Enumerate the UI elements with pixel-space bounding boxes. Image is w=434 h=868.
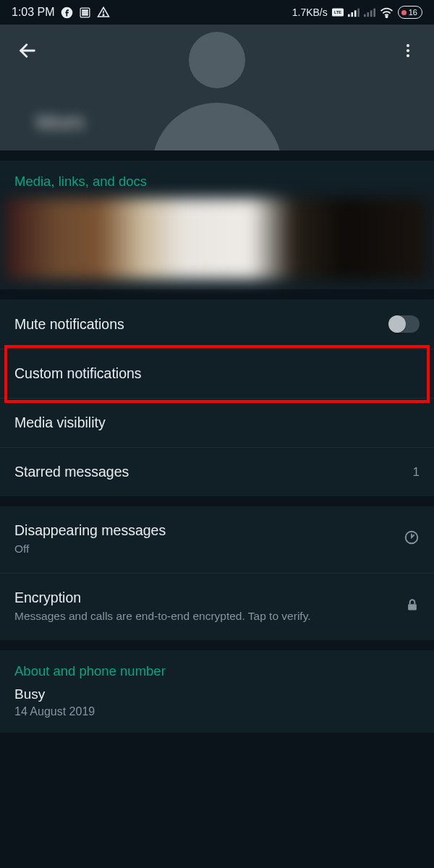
svg-point-12 xyxy=(103,14,104,16)
network-speed: 1.7KB/s xyxy=(292,7,328,18)
svg-point-10 xyxy=(86,14,88,15)
timer-icon xyxy=(404,529,420,549)
disappearing-value: Off xyxy=(14,542,166,557)
svg-rect-21 xyxy=(370,10,373,17)
svg-point-4 xyxy=(86,9,88,11)
about-status-row[interactable]: Busy 14 August 2019 xyxy=(0,686,434,733)
svg-rect-22 xyxy=(373,9,375,17)
status-time: 1:03 PM xyxy=(12,6,55,19)
svg-point-26 xyxy=(407,49,409,52)
app-grid-icon xyxy=(79,7,91,19)
volte-icon: LTE xyxy=(332,8,344,17)
custom-notifications-row[interactable]: Custom notifications xyxy=(0,349,434,399)
svg-point-27 xyxy=(407,54,409,57)
mute-switch[interactable] xyxy=(389,315,420,333)
encryption-label: Encryption xyxy=(14,590,311,606)
more-options-button[interactable] xyxy=(395,38,421,66)
facebook-icon xyxy=(61,7,73,19)
media-thumbnails[interactable] xyxy=(6,198,428,279)
media-visibility-label: Media visibility xyxy=(14,414,106,431)
disappearing-label: Disappearing messages xyxy=(14,522,166,539)
svg-rect-19 xyxy=(364,14,366,17)
triangle-alert-icon xyxy=(97,6,110,19)
svg-rect-17 xyxy=(354,10,357,17)
status-bar: 1:03 PM 1.7KB/s LTE 16 xyxy=(0,0,434,25)
disappearing-messages-row[interactable]: Disappearing messages Off xyxy=(0,506,434,574)
svg-rect-29 xyxy=(408,605,417,610)
about-section: About and phone number Busy 14 August 20… xyxy=(0,650,434,733)
starred-messages-row[interactable]: Starred messages 1 xyxy=(0,448,434,496)
battery-percent: 16 xyxy=(409,8,417,17)
mute-label: Mute notifications xyxy=(14,316,124,333)
svg-point-8 xyxy=(82,14,83,15)
signal2-icon xyxy=(364,7,375,17)
svg-point-9 xyxy=(84,14,85,15)
media-section-title: Media, links, and docs xyxy=(0,161,434,198)
battery-indicator: 16 xyxy=(398,6,422,19)
signal-icon xyxy=(348,7,359,17)
svg-point-23 xyxy=(386,15,387,17)
contact-header: Mom xyxy=(0,25,434,150)
svg-point-6 xyxy=(84,12,85,13)
encryption-desc: Messages and calls are end-to-end encryp… xyxy=(14,609,311,624)
back-button[interactable] xyxy=(13,36,42,67)
wifi-icon xyxy=(380,7,393,18)
starred-label: Starred messages xyxy=(14,464,129,480)
svg-point-3 xyxy=(84,9,85,11)
svg-point-7 xyxy=(86,12,88,13)
svg-point-5 xyxy=(82,12,83,13)
notification-settings-section: Mute notifications Custom notifications … xyxy=(0,299,434,496)
mute-notifications-row[interactable]: Mute notifications xyxy=(0,299,434,349)
svg-rect-15 xyxy=(348,14,350,17)
privacy-settings-section: Disappearing messages Off Encryption Mes… xyxy=(0,506,434,640)
svg-rect-16 xyxy=(351,12,353,17)
about-header: About and phone number xyxy=(0,650,434,686)
about-status: Busy xyxy=(14,686,420,702)
svg-point-2 xyxy=(82,9,83,11)
custom-notifications-label: Custom notifications xyxy=(14,365,142,382)
about-date: 14 August 2019 xyxy=(14,705,420,718)
lock-icon xyxy=(405,597,420,616)
svg-rect-18 xyxy=(357,9,359,17)
media-visibility-row[interactable]: Media visibility xyxy=(0,399,434,448)
encryption-row[interactable]: Encryption Messages and calls are end-to… xyxy=(0,574,434,640)
starred-count: 1 xyxy=(413,465,420,480)
svg-rect-20 xyxy=(367,12,369,17)
svg-text:LTE: LTE xyxy=(334,10,341,14)
svg-point-25 xyxy=(407,44,409,47)
contact-name: Mom xyxy=(36,110,85,135)
media-section[interactable]: Media, links, and docs xyxy=(0,161,434,289)
